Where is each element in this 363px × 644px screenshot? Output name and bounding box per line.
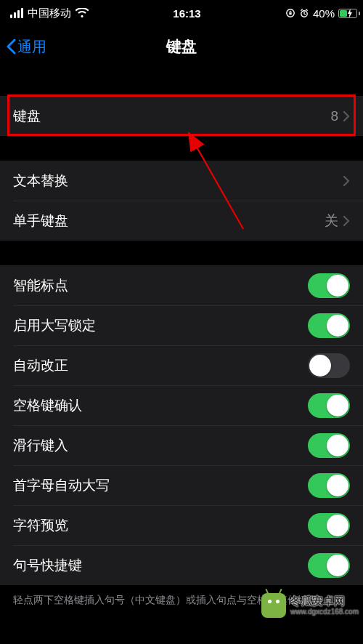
- text-replacement-label: 文本替换: [13, 172, 343, 190]
- signal-icon: [10, 8, 23, 18]
- one-handed-keyboard-value: 关: [325, 212, 338, 230]
- toggle-group: 智能标点启用大写锁定自动改正空格键确认滑行键入首字母自动大写字符预览句号快捷键: [0, 265, 363, 585]
- rotation-lock-icon: [285, 8, 295, 18]
- chevron-right-icon: [343, 110, 350, 122]
- toggle-cell: 句号快捷键: [0, 545, 363, 585]
- keyboards-count: 8: [330, 108, 338, 124]
- status-bar: 中国移动 16:13 40%: [0, 0, 363, 26]
- toggle-label: 空格键确认: [13, 396, 308, 415]
- toggle-label: 字符预览: [13, 516, 308, 535]
- battery-percent: 40%: [313, 7, 335, 20]
- group-gap: [0, 136, 363, 161]
- keyboards-label: 键盘: [13, 107, 330, 126]
- chevron-right-icon: [343, 215, 350, 227]
- chevron-left-icon: [6, 39, 16, 55]
- keyboards-cell[interactable]: 键盘 8: [0, 96, 363, 136]
- toggle-switch[interactable]: [308, 393, 350, 418]
- toggle-cell: 自动改正: [0, 345, 363, 385]
- toggle-switch[interactable]: [308, 433, 350, 458]
- android-icon: [261, 593, 286, 618]
- battery-icon: [338, 9, 353, 18]
- carrier-label: 中国移动: [28, 7, 71, 20]
- toggle-cell: 启用大写锁定: [0, 305, 363, 345]
- toggle-switch[interactable]: [308, 473, 350, 498]
- group-gap: [0, 241, 363, 265]
- chevron-right-icon: [343, 175, 350, 187]
- alarm-icon: [299, 8, 309, 18]
- toggle-cell: 滑行键入: [0, 425, 363, 465]
- group-gap: [0, 67, 363, 96]
- toggle-cell: 字符预览: [0, 505, 363, 545]
- watermark: 冬瓜安卓网 www.dgxcdz168.com: [261, 593, 359, 618]
- toggle-label: 首字母自动大写: [13, 476, 308, 495]
- status-left: 中国移动: [10, 7, 89, 20]
- toggle-label: 智能标点: [13, 276, 308, 295]
- wifi-icon: [76, 8, 89, 18]
- one-handed-keyboard-cell[interactable]: 单手键盘 关: [0, 201, 363, 241]
- phone-screen: 中国移动 16:13 40% 通用 键盘: [0, 0, 363, 644]
- nav-header: 通用 键盘: [0, 26, 363, 67]
- toggle-cell: 空格键确认: [0, 385, 363, 425]
- back-button[interactable]: 通用: [6, 37, 46, 57]
- watermark-url: www.dgxcdz168.com: [290, 608, 359, 616]
- toggle-switch[interactable]: [308, 553, 350, 578]
- toggle-label: 启用大写锁定: [13, 316, 308, 335]
- svg-rect-1: [289, 12, 291, 15]
- status-time: 16:13: [173, 7, 200, 20]
- toggle-cell: 智能标点: [0, 265, 363, 305]
- toggle-cell: 首字母自动大写: [0, 465, 363, 505]
- toggle-label: 句号快捷键: [13, 556, 308, 575]
- page-title: 键盘: [166, 36, 197, 57]
- text-replacement-cell[interactable]: 文本替换: [0, 161, 363, 201]
- watermark-title: 冬瓜安卓网: [290, 595, 359, 608]
- back-label: 通用: [17, 37, 46, 57]
- toggle-switch[interactable]: [308, 513, 350, 538]
- toggle-switch[interactable]: [308, 273, 350, 298]
- toggle-switch[interactable]: [308, 353, 350, 378]
- toggle-label: 自动改正: [13, 356, 308, 375]
- status-right: 40%: [285, 7, 353, 20]
- toggle-label: 滑行键入: [13, 436, 308, 455]
- one-handed-keyboard-label: 单手键盘: [13, 212, 325, 230]
- toggle-switch[interactable]: [308, 313, 350, 338]
